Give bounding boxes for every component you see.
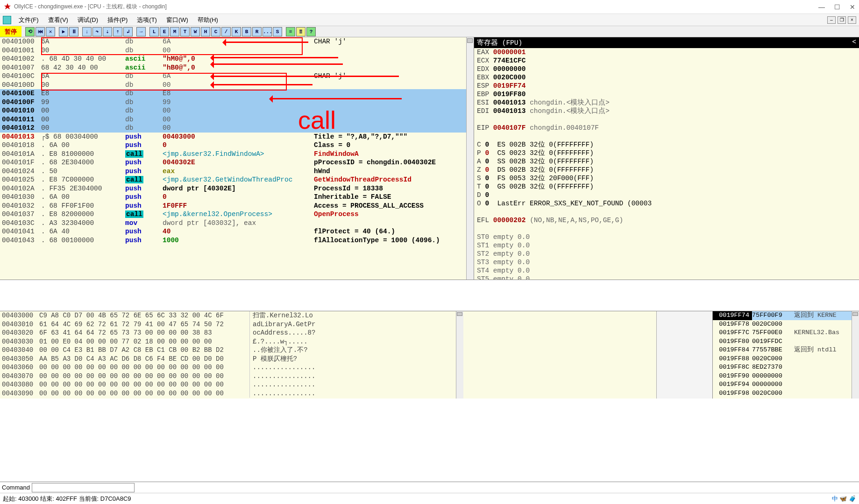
disasm-row[interactable]: 00401030. 6A 00push0Inheritable = FALSE xyxy=(0,193,474,202)
trace-over-button[interactable]: ⇡ xyxy=(113,27,122,36)
register-line[interactable]: A 0 SS 002B 32位 0(FFFFFFFF) xyxy=(474,157,859,166)
disasm-row[interactable]: 00401013┌$ 68 00304000push00403000Title … xyxy=(0,133,474,141)
hexdump-row[interactable]: 0040301061 64 4C 69 62 72 61 72 79 41 00… xyxy=(0,320,656,329)
stack-row[interactable]: 0019FF8C8ED27370 xyxy=(713,363,859,372)
disasm-row[interactable]: 00401032. 68 FF0F1F00push1F0FFFAccess = … xyxy=(0,202,474,210)
register-line[interactable]: S 0 FS 0053 32位 20F000(FFF) xyxy=(474,174,859,182)
options-button[interactable]: ≡ xyxy=(286,27,295,36)
hexdump-row[interactable]: 0040303001 00 E0 04 00 00 00 77 02 18 00… xyxy=(0,337,656,346)
register-line[interactable]: T 0 GS 002B 32位 0(FFFFFFFF) xyxy=(474,182,859,191)
mdi-minimize[interactable]: – xyxy=(827,16,836,24)
register-line[interactable] xyxy=(474,132,859,140)
register-line[interactable]: C 0 ES 002B 32位 0(FFFFFFFF) xyxy=(474,140,859,149)
stack-row[interactable]: 0019FF980020C000 xyxy=(713,389,859,398)
disasm-row[interactable]: 00401024. 50pusheaxhWnd xyxy=(0,167,474,176)
panel-button-h[interactable]: H xyxy=(201,27,210,36)
stack-row[interactable]: 0019FF8477557BBE返回到 ntdll xyxy=(713,346,859,355)
help-button[interactable]: ? xyxy=(306,27,316,36)
stack-row[interactable]: 0019FF7C75FF00E0KERNEL32.Bas xyxy=(713,329,859,337)
register-line[interactable]: ESI 00401013 chongdin.<模块入口点> xyxy=(474,98,859,107)
stack-scrollbar[interactable] xyxy=(852,311,859,399)
register-line[interactable]: ESP 0019FF74 xyxy=(474,82,859,90)
system-menu-icon[interactable] xyxy=(3,16,11,24)
register-line[interactable]: ECX 774E1CFC xyxy=(474,56,859,65)
panel-button-...[interactable]: ... xyxy=(263,27,272,36)
disasm-row[interactable]: 0040101F. 68 2E304000push0040302EpProces… xyxy=(0,158,474,167)
step-over-button[interactable]: ↷ xyxy=(92,27,102,36)
menu-item[interactable]: 帮助(H) xyxy=(193,16,223,23)
menu-item[interactable]: 调试(D) xyxy=(73,16,103,23)
register-line[interactable]: O 0 LastErr ERROR_SXS_KEY_NOT_FOUND (000… xyxy=(474,199,859,208)
panel-button-r[interactable]: R xyxy=(252,27,262,36)
register-line[interactable]: ST0 empty 0.0 xyxy=(474,233,859,241)
register-line[interactable]: ST5 empty 0.0 xyxy=(474,275,859,280)
disasm-row[interactable]: 00401041. 6A 40push40flProtect = 40 (64.… xyxy=(0,227,474,236)
register-line[interactable]: ST3 empty 0.0 xyxy=(474,258,859,266)
restart-button[interactable]: ⟲ xyxy=(25,27,35,36)
hexdump-row[interactable]: 0040304000 00 C4 E3 B1 BB D7 A2 C8 EB C1… xyxy=(0,346,656,355)
disasm-row[interactable]: 00401043. 68 00100000push1000flAllocatio… xyxy=(0,236,474,245)
register-line[interactable]: P 0 CS 0023 32位 0(FFFFFFFF) xyxy=(474,149,859,157)
rewind-button[interactable]: ⏮ xyxy=(35,27,45,36)
panel-button-s[interactable]: S xyxy=(273,27,282,36)
panel-button-m[interactable]: M xyxy=(170,27,179,36)
disasm-row[interactable]: 00401037. E8 82000000call<jmp.&kernel32.… xyxy=(0,210,474,219)
run-button[interactable]: ▶ xyxy=(59,27,68,36)
stack-row[interactable]: 0019FF780020C000 xyxy=(713,320,859,329)
disasm-row[interactable]: 00401011 00db00 xyxy=(0,115,474,124)
trace-into-button[interactable]: ⇣ xyxy=(103,27,112,36)
goto-button[interactable]: → xyxy=(136,27,146,36)
menu-item[interactable]: 插件(P) xyxy=(103,16,132,23)
panel-button-b[interactable]: B xyxy=(242,27,251,36)
registers-panel[interactable]: 寄存器 (FPU) < EAX 00000001ECX 774E1CFCEDX … xyxy=(474,37,859,280)
step-into-button[interactable]: ↓ xyxy=(82,27,92,36)
register-line[interactable] xyxy=(474,208,859,216)
disasm-row[interactable]: 00401025. E8 7C000000call<jmp.&user32.Ge… xyxy=(0,175,474,184)
stack-panel[interactable]: 0019FF7475FF00F9返回到 KERNE0019FF780020C00… xyxy=(712,311,859,399)
appearance-button[interactable]: ≣ xyxy=(296,27,305,36)
command-input[interactable] xyxy=(32,483,135,492)
register-line[interactable]: EBP 0019FF80 xyxy=(474,90,859,98)
mdi-close[interactable]: × xyxy=(848,16,856,24)
registers-expand-icon[interactable]: < xyxy=(852,38,856,47)
menu-item[interactable]: 查看(V) xyxy=(43,16,73,23)
pause-button[interactable]: ⏸ xyxy=(69,27,78,36)
stack-row[interactable]: 0019FF7475FF00F9返回到 KERNE xyxy=(713,311,859,320)
disasm-row[interactable]: 00401018. 6A 00push0Class = 0 xyxy=(0,141,474,150)
execute-till-return-button[interactable]: ↲ xyxy=(123,27,133,36)
disasm-row[interactable]: 0040101A. E8 81000000call<jmp.&user32.Fi… xyxy=(0,150,474,159)
disasm-row[interactable]: 00401012 00db00 xyxy=(0,124,474,133)
panel-button-e[interactable]: E xyxy=(160,27,169,36)
panel-button-t[interactable]: T xyxy=(180,27,190,36)
disassembly-panel[interactable]: call 00401000 6Adb6ACHAR 'j'00401001 00d… xyxy=(0,37,474,280)
stack-row[interactable]: 0019FF9400000000 xyxy=(713,380,859,389)
minimize-button[interactable]: — xyxy=(818,3,825,11)
hexdump-row[interactable]: 0040307000 00 00 00 00 00 00 00 00 00 00… xyxy=(0,372,656,381)
disasm-row[interactable]: 00401002. 68 4D 30 40 00ascii"hM0@",0 xyxy=(0,55,474,63)
hexdump-row[interactable]: 0040308000 00 00 00 00 00 00 00 00 00 00… xyxy=(0,380,656,389)
disasm-row[interactable]: 0040103C. A3 32304000movdword ptr [40303… xyxy=(0,219,474,228)
panel-button-w[interactable]: W xyxy=(191,27,200,36)
panel-button-l[interactable]: L xyxy=(149,27,159,36)
register-line[interactable]: EFL 00000202 (NO,NB,NE,A,NS,PO,GE,G) xyxy=(474,216,859,224)
register-line[interactable]: Z 0 DS 002B 32位 0(FFFFFFFF) xyxy=(474,166,859,174)
stack-row[interactable]: 0019FF880020C000 xyxy=(713,355,859,364)
hexdump-row[interactable]: 0040306000 00 00 00 00 00 00 00 00 00 00… xyxy=(0,363,656,372)
disasm-row[interactable]: 0040100C 6Adb6ACHAR 'j' xyxy=(0,72,474,81)
close-debug-button[interactable]: ✕ xyxy=(46,27,55,36)
register-line[interactable]: EBX 0020C000 xyxy=(474,73,859,82)
register-line[interactable]: EDI 00401013 chongdin.<模块入口点> xyxy=(474,107,859,115)
register-line[interactable]: ST2 empty 0.0 xyxy=(474,250,859,258)
register-line[interactable]: EIP 0040107F chongdin.0040107F xyxy=(474,124,859,132)
disasm-row[interactable]: 00401001 00db00 xyxy=(0,46,474,55)
hexdump-row[interactable]: 00403050AA B5 A3 D0 C4 A3 AC D6 D8 C6 F4… xyxy=(0,355,656,364)
menu-item[interactable]: 窗口(W) xyxy=(162,16,193,23)
hexdump-row[interactable]: 0040309000 00 00 00 00 00 00 00 00 00 00… xyxy=(0,389,656,398)
register-line[interactable]: ST1 empty 0.0 xyxy=(474,241,859,250)
register-line[interactable]: D 0 xyxy=(474,191,859,199)
panel-button-c[interactable]: C xyxy=(211,27,220,36)
hexdump-row[interactable]: 004030206F 63 41 64 64 72 65 73 73 00 00… xyxy=(0,329,656,337)
hexdump-panel[interactable]: 00403000C9 A8 C0 D7 00 4B 65 72 6E 65 6C… xyxy=(0,311,656,399)
disasm-row[interactable]: 00401007 68 42 30 40 00ascii"hB0@",0 xyxy=(0,63,474,72)
close-button[interactable]: ✕ xyxy=(850,3,855,11)
